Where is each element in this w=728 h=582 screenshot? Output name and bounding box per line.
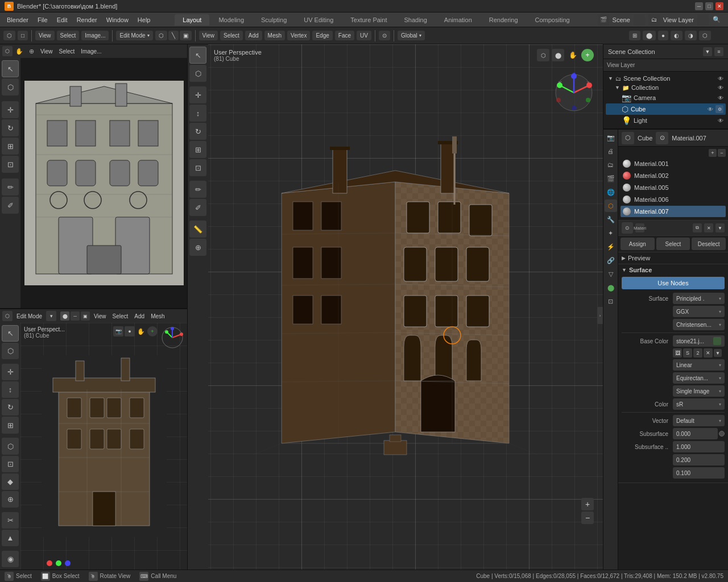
tb-viewport-shade2[interactable]: ◐ [671, 31, 682, 40]
tab-modeling[interactable]: Modeling [210, 14, 252, 26]
mat-002[interactable]: Material.002 [621, 170, 726, 181]
close-button[interactable]: ✕ [715, 2, 723, 10]
zoom-in-btn[interactable]: + [581, 498, 594, 510]
tb-edit-mode[interactable]: Edit Mode ▾ [116, 31, 152, 40]
nav-gizmo[interactable]: X Y Z [554, 73, 594, 114]
prop-output-icon[interactable]: 🖨 [605, 145, 617, 157]
surface-header[interactable]: ▼ Surface [622, 267, 725, 273]
tool-smooth[interactable]: ◉ [2, 551, 19, 567]
val2-value[interactable]: 0.100 [673, 467, 725, 479]
tool-3d-select2[interactable]: ⬡ [189, 65, 206, 82]
tool-inset[interactable]: ⊡ [2, 456, 19, 472]
hand-icon[interactable]: ✋ [566, 49, 579, 61]
tool-extrude[interactable]: ⬡ [2, 438, 19, 454]
tex-icon4[interactable]: ✕ [704, 348, 713, 357]
menu-file[interactable]: File [33, 15, 52, 25]
face-select-icon[interactable]: ▣ [81, 311, 90, 321]
tab-rendering[interactable]: Rendering [481, 14, 526, 26]
pan-icon[interactable]: ✋ [14, 46, 24, 56]
tex-menu-icon[interactable]: ▼ [714, 349, 722, 357]
tb-face[interactable]: Face [335, 31, 354, 40]
subsurface-dot[interactable] [719, 431, 725, 436]
mat-remove-btn[interactable]: − [718, 149, 726, 157]
tab-animation[interactable]: Animation [436, 14, 480, 26]
deselect-btn[interactable]: Deselect [692, 238, 726, 250]
bottom-mesh-label[interactable]: Mesh [148, 313, 167, 319]
tab-compositing[interactable]: Compositing [527, 14, 578, 26]
scene-icon[interactable]: 🎬 [598, 14, 609, 26]
light-eye-icon[interactable]: 👁 [718, 118, 723, 124]
zoom-icon[interactable]: ⊕ [26, 46, 36, 56]
prop-data-icon[interactable]: ▽ [605, 268, 617, 280]
tool-rotate-b[interactable]: ↻ [2, 399, 19, 415]
add-view-icon[interactable]: + [581, 49, 594, 61]
tool-annotate[interactable]: ✏ [2, 178, 19, 196]
tex-icon1[interactable]: 🖼 [673, 348, 682, 357]
tb-icon[interactable]: ⬡ [3, 31, 15, 40]
tool-select[interactable]: ↖ [2, 60, 19, 77]
render-icon[interactable]: ⬤ [552, 49, 564, 61]
tb-xray[interactable]: ⬤ [643, 31, 656, 40]
tb-viewport-shade3[interactable]: ◑ [685, 31, 697, 40]
prop-physics-icon[interactable]: ⚡ [605, 240, 617, 253]
tab-layout[interactable]: Layout [175, 14, 209, 26]
titlebar-controls[interactable]: ─ □ ✕ [695, 2, 723, 10]
tool-select2[interactable]: ⬡ [2, 78, 19, 95]
tool-3d-add[interactable]: ⊕ [189, 239, 206, 256]
tb-face-mode[interactable]: ▣ [180, 31, 192, 40]
scene-collection-item[interactable]: ▼ 🗂 Scene Collection 👁 [606, 74, 726, 83]
tool-rotate[interactable]: ↻ [2, 119, 19, 136]
tool-select-b[interactable]: ↖ [2, 325, 19, 342]
menu-edit[interactable]: Edit [52, 15, 72, 25]
cam-view-icon[interactable]: ⬡ [537, 49, 549, 61]
prop-scene-icon[interactable]: 🎬 [605, 172, 617, 185]
zoom-out-btn[interactable]: − [581, 512, 594, 524]
tool-3d-move[interactable]: ↕ [189, 105, 206, 122]
mat-node-preview-icon[interactable]: ⊙ [622, 222, 633, 234]
edge-select-icon[interactable]: ─ [71, 311, 80, 321]
mat-005[interactable]: Material.005 [621, 182, 726, 193]
tb-select2[interactable]: Select [220, 31, 243, 40]
mat-007[interactable]: Material.007 [621, 206, 726, 217]
minimize-button[interactable]: ─ [695, 2, 703, 10]
maximize-button[interactable]: □ [705, 2, 713, 10]
tool-scale-b[interactable]: ⊞ [2, 417, 19, 433]
viewlayer-menu-icon[interactable] [697, 14, 709, 26]
bottom-add-label[interactable]: Add [132, 313, 147, 319]
tool-poly[interactable]: ▲ [2, 530, 19, 546]
right-collapse-arrow[interactable]: › [597, 307, 603, 324]
tool-3d-transform[interactable]: ⊡ [189, 159, 206, 176]
mat-menu-icon[interactable]: ▼ [715, 223, 725, 232]
tb-edge-mode[interactable]: ╲ [168, 31, 179, 40]
tool-scale[interactable]: ⊞ [2, 138, 19, 155]
tb-view2[interactable]: View [199, 31, 218, 40]
filter-icon[interactable]: ▼ [703, 47, 712, 56]
mode-icon[interactable]: ▾ [46, 311, 56, 321]
prop-sphere-icon[interactable]: ⊙ [656, 132, 668, 144]
col-eye-icon[interactable]: 👁 [718, 85, 723, 91]
mini-hand-icon[interactable]: ✋ [136, 326, 146, 336]
tool-loop[interactable]: ⊕ [2, 491, 19, 508]
surface-type-dropdown[interactable]: Principled . ▾ [673, 293, 725, 304]
main-3d-viewport[interactable]: ↖ ⬡ ✛ ↕ ↻ ⊞ ⊡ ✏ ✐ 📏 ⊕ User Perspective (… [188, 44, 603, 569]
subsurface2-value[interactable]: 1.000 [673, 441, 725, 452]
prop-constraints-icon[interactable]: 🔗 [605, 254, 617, 267]
tool-3d-measure[interactable]: 📏 [189, 221, 206, 238]
mini-cam-icon[interactable]: 📷 [113, 326, 123, 336]
tb-view[interactable]: View [35, 31, 55, 40]
prop-material-icon[interactable]: ⬤ [605, 281, 617, 294]
prop-modifier-icon[interactable]: 🔧 [605, 213, 617, 226]
corner-icon[interactable]: ⬡ [2, 46, 13, 56]
tool-3d-annotate2[interactable]: ✐ [189, 199, 206, 216]
tb-proportional[interactable]: ⊙ [379, 31, 390, 40]
prop-object-icon[interactable]: ⬡ [605, 199, 617, 212]
tool-knife[interactable]: ✂ [2, 512, 19, 529]
bottom-select-label[interactable]: Select [110, 313, 131, 319]
color-dropdown[interactable]: sR ▾ [673, 398, 725, 410]
tb-add[interactable]: Add [245, 31, 262, 40]
menu-render[interactable]: Render [72, 15, 102, 25]
bottom-view-label[interactable]: View [92, 313, 109, 319]
subsurface-value[interactable]: 0.000 [673, 428, 718, 439]
collection-item[interactable]: ▼ 📁 Collection 👁 [606, 83, 726, 92]
single-image-dropdown[interactable]: Single Image ▾ [673, 385, 725, 397]
